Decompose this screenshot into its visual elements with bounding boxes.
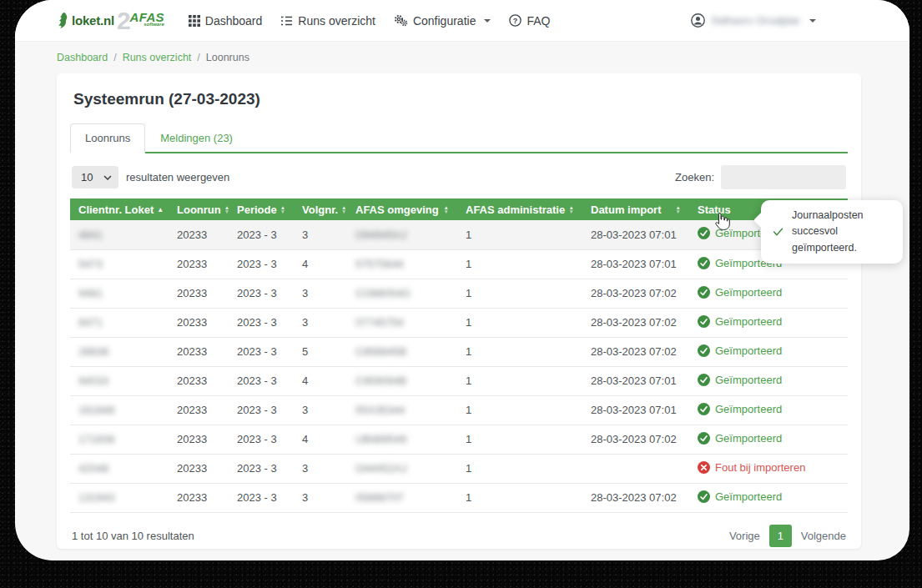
pagination-page-1[interactable]: 1 [769, 525, 792, 547]
cell-afas-omgeving: UB489549 [347, 425, 457, 454]
app-window: loket.nl 2 AFAS software Da [15, 0, 909, 560]
app-logo[interactable]: loket.nl 2 AFAS software [57, 10, 164, 32]
pagination-previous[interactable]: Vorige [729, 530, 760, 542]
search-input[interactable] [721, 165, 846, 189]
cell-afas-administratie-value: 1 [466, 345, 471, 358]
cell-afas-omgeving-value: C858845B [355, 345, 406, 358]
cell-periode: 2023 - 3 [229, 337, 294, 366]
column-header-afas-omgeving[interactable]: AFAS omgeving▲▼ [347, 199, 457, 220]
column-header-loonrun[interactable]: Loonrun▲▼ [169, 199, 229, 220]
cell-afas-administratie-value: 1 [466, 258, 471, 270]
cell-afas-administratie: 1 [457, 454, 582, 483]
cell-loonrun: 20233 [169, 425, 229, 454]
cell-clientnr: 5473 [70, 249, 169, 279]
cell-clientnr-value: 28838 [78, 345, 108, 358]
runs-list-icon [280, 15, 293, 27]
search-label: Zoeken: [675, 171, 714, 183]
column-header-periode[interactable]: Periode▲▼ [229, 199, 294, 220]
cell-status: Geïmporteerd [689, 395, 848, 425]
cell-periode-value: 2023 - 3 [237, 491, 277, 504]
cell-afas-omgeving: C959094B [347, 366, 457, 395]
tab-bar: Loonruns Meldingen (23) [70, 123, 848, 153]
cell-volgnr-value: 4 [302, 433, 308, 445]
nav-item-runs-overzicht[interactable]: Runs overzicht [271, 9, 385, 33]
status-badge[interactable]: Geïmporteerd [698, 403, 782, 415]
cell-datum-import: 28-03-2023 07:02 [582, 425, 689, 454]
cell-afas-administratie-value: 1 [466, 433, 471, 445]
cell-loonrun: 20233 [169, 366, 229, 395]
status-label: Geïmporteerd [715, 344, 782, 357]
cell-status: Fout bij importeren [689, 454, 848, 483]
cell-afas-administratie-value: 1 [466, 404, 471, 416]
status-success-icon [698, 432, 710, 445]
sort-icon: ▲▼ [569, 205, 574, 214]
nav-item-configuratie[interactable]: Configuratie [385, 9, 501, 33]
table-footer: 1 tot 10 van 10 resultaten Vorige 1 Volg… [70, 525, 848, 547]
status-badge[interactable]: Fout bij importeren [698, 461, 805, 474]
cell-afas-administratie-value: 1 [466, 229, 471, 241]
cell-afas-omgeving: 07745754 [347, 308, 457, 337]
page-size-select[interactable]: 10 [72, 166, 118, 188]
cell-datum-import [582, 454, 689, 483]
status-error-icon [698, 461, 710, 474]
nav-item-label: Configuratie [413, 14, 476, 28]
status-badge[interactable]: Geïmporteerd [698, 286, 782, 299]
cell-afas-omgeving-value: O44452AJ [355, 462, 406, 475]
gears-icon [394, 14, 408, 27]
status-tooltip: Journaalposten succesvol geïmporteerd. [761, 200, 903, 264]
status-badge[interactable]: Geïmporteerd [698, 490, 782, 503]
nav-item-dashboard[interactable]: Dashboard [179, 9, 272, 33]
column-label: Datum import [591, 204, 662, 216]
tooltip-text: Journaalposten succesvol geïmporteerd. [792, 208, 894, 256]
cell-afas-administratie: 1 [457, 337, 582, 366]
column-header-clientnr[interactable]: Clientnr. Loket▲ [70, 199, 169, 220]
status-badge[interactable]: Geïmporteerd [698, 432, 782, 445]
cell-afas-administratie: 1 [457, 366, 582, 395]
nav-item-faq[interactable]: ? FAQ [500, 9, 559, 33]
breadcrumb-dashboard[interactable]: Dashboard [57, 52, 108, 63]
cell-status: Geïmporteerd [689, 483, 848, 512]
pagination-next[interactable]: Volgende [801, 530, 846, 542]
cell-afas-administratie: 1 [457, 483, 582, 512]
logo-two-text: 2 [117, 10, 131, 32]
cell-afas-administratie: 1 [457, 308, 582, 337]
column-label: Clientnr. Loket [78, 204, 154, 216]
cell-clientnr-value: 42048 [78, 462, 108, 475]
breadcrumb: Dashboard / Runs overzicht / Loonruns [57, 52, 249, 63]
column-header-volgnr[interactable]: Volgnr.▲▼ [294, 199, 347, 220]
tab-loonruns[interactable]: Loonruns [70, 123, 145, 153]
cell-clientnr: 94033 [70, 366, 169, 395]
cell-afas-administratie-value: 1 [466, 491, 471, 504]
main-nav: Dashboard Runs overzicht [179, 9, 560, 33]
cell-loonrun: 20233 [169, 308, 229, 337]
breadcrumb-loonruns: Loonruns [206, 52, 249, 63]
column-header-afas-administratie[interactable]: AFAS administratie▲▼ [457, 199, 582, 220]
status-label: Geïmporteerd [715, 286, 782, 299]
column-label: Periode [237, 204, 277, 216]
status-success-icon [698, 374, 710, 386]
cell-periode: 2023 - 3 [229, 308, 294, 337]
cell-periode-value: 2023 - 3 [237, 229, 277, 241]
breadcrumb-runs-overzicht[interactable]: Runs overzicht [123, 52, 192, 63]
cell-afas-omgeving-value: CO88054G [355, 287, 411, 299]
status-badge[interactable]: Geïmporteerd [698, 315, 782, 328]
status-badge[interactable]: Geïmporteerd [698, 344, 782, 357]
search-area: Zoeken: [675, 165, 846, 189]
sort-asc-icon: ▲ [157, 206, 164, 214]
sort-icon: ▲▼ [444, 205, 449, 214]
cell-afas-omgeving-value: O94945AJ [355, 229, 406, 241]
cell-clientnr-value: 171838 [78, 433, 114, 445]
column-header-datum-import[interactable]: Datum import▲▼ [582, 199, 689, 220]
table-row: 131943202332023 - 3305888707128-03-2023 … [70, 483, 848, 512]
user-menu[interactable]: Sidhasrs Orsaljdar [691, 13, 816, 28]
cell-afas-omgeving: O44452AJ [347, 454, 457, 483]
cell-volgnr-value: 3 [302, 287, 308, 299]
check-icon [773, 224, 783, 240]
cell-periode: 2023 - 3 [229, 249, 294, 279]
cell-afas-omgeving-value: 05888707 [355, 491, 404, 504]
cell-volgnr-value: 4 [302, 258, 308, 270]
tab-meldingen[interactable]: Meldingen (23) [145, 123, 248, 153]
results-summary: 1 tot 10 van 10 resultaten [72, 530, 194, 542]
cell-afas-omgeving-value: 57575644 [355, 258, 404, 270]
status-badge[interactable]: Geïmporteerd [698, 374, 782, 386]
